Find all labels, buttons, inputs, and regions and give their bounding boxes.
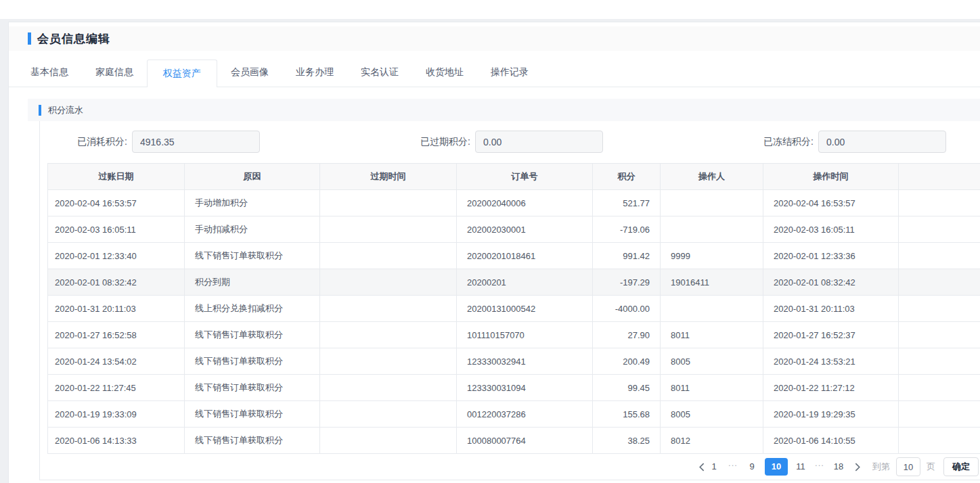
cell: [899, 296, 980, 322]
tab-active[interactable]: 权益资产: [147, 60, 217, 87]
cell: 2020-02-03 16:05:11: [48, 216, 185, 243]
cell: [899, 348, 980, 375]
cell: -4000.00: [593, 296, 661, 322]
page-ellipsis[interactable]: ...: [727, 458, 739, 476]
prev-page-button[interactable]: [696, 458, 707, 476]
cell: [899, 243, 980, 269]
cell: 38.25: [593, 428, 661, 454]
tab[interactable]: 操作记录: [477, 58, 542, 87]
table-row: 2020-01-31 20:11:03线上积分兑换扣减积分20200131000…: [48, 296, 980, 322]
summary-field-input[interactable]: [818, 131, 946, 153]
cell: 积分到期: [185, 269, 320, 296]
tab[interactable]: 家庭信息: [82, 58, 147, 87]
cell: 155.68: [593, 401, 661, 428]
page-number-list: 1...91011...18: [707, 458, 845, 476]
column-header: 积分: [593, 164, 661, 190]
column-header: 过期时间: [320, 164, 457, 190]
cell: 123330032941: [457, 348, 593, 375]
summary-field-input[interactable]: [475, 131, 603, 153]
column-header: 操作时间: [763, 164, 899, 190]
cell: 线上积分兑换扣减积分: [185, 296, 320, 322]
cell: 123330031094: [457, 375, 593, 401]
tab[interactable]: 收货地址: [412, 58, 477, 87]
member-edit-card: 会员信息编辑 基本信息家庭信息权益资产会员画像业务办理实名认证收货地址操作记录 …: [8, 22, 980, 483]
page-number[interactable]: 9: [745, 458, 759, 476]
cell: 202002030001: [457, 216, 593, 243]
cell: [320, 269, 457, 296]
cell: [899, 190, 980, 216]
cell: [320, 401, 457, 428]
goto-page-label: 到第: [872, 461, 890, 473]
cell: -719.06: [593, 216, 661, 243]
summary-field-label: 已过期积分:: [383, 136, 475, 148]
cell: 8012: [661, 428, 763, 454]
confirm-page-button[interactable]: 确定: [943, 457, 979, 476]
cell: 8005: [661, 401, 763, 428]
cell: [899, 322, 980, 348]
table-row: 2020-02-04 16:53:57手动增加积分202002040006521…: [48, 190, 980, 216]
page-ellipsis[interactable]: ...: [814, 458, 826, 476]
cell: 2020-02-03 16:05:11: [763, 216, 899, 243]
goto-page-input[interactable]: [896, 457, 920, 476]
cell: 2020-02-04 16:53:57: [48, 190, 185, 216]
table-row: 2020-01-22 11:27:45线下销售订单获取积分12333003109…: [48, 375, 980, 401]
cell: 100080007764: [457, 428, 593, 454]
tab[interactable]: 基本信息: [17, 58, 82, 87]
tab[interactable]: 实名认证: [347, 58, 412, 87]
tab[interactable]: 会员画像: [217, 58, 282, 87]
cell: [320, 296, 457, 322]
summary-field-group: 已过期积分:: [383, 131, 726, 153]
cell: [320, 243, 457, 269]
column-header: [899, 164, 980, 190]
tab[interactable]: 业务办理: [282, 58, 347, 87]
cell: 线下销售订单获取积分: [185, 428, 320, 454]
page-number-active[interactable]: 10: [765, 458, 788, 476]
cell: 2020-01-19 19:29:35: [763, 401, 899, 428]
next-page-button[interactable]: [851, 458, 862, 476]
table-row: 2020-01-19 19:33:09线下销售订单获取积分00122003728…: [48, 401, 980, 428]
cell: [320, 190, 457, 216]
cell: 2020-01-19 19:33:09: [48, 401, 185, 428]
cell: 手动扣减积分: [185, 216, 320, 243]
table-row: 2020-01-24 13:54:02线下销售订单获取积分12333003294…: [48, 348, 980, 375]
cell: [320, 216, 457, 243]
cell: 2020-02-04 16:53:57: [763, 190, 899, 216]
page-number[interactable]: 1: [707, 458, 721, 476]
summary-field-label: 已冻结积分:: [726, 136, 818, 148]
cell: 2020-01-27 16:52:37: [763, 322, 899, 348]
cell: 2020-02-01 08:32:42: [48, 269, 185, 296]
column-header: 原因: [185, 164, 320, 190]
cell: 2020-01-24 13:54:02: [48, 348, 185, 375]
cell: 2020-01-06 14:10:55: [763, 428, 899, 454]
points-flow-panel: 已消耗积分:已过期积分:已冻结积分: 过账日期原因过期时间订单号积分操作人操作时…: [39, 121, 980, 480]
cell: 20200201: [457, 269, 593, 296]
table-row: 2020-02-03 16:05:11手动扣减积分202002030001-71…: [48, 216, 980, 243]
title-marker-icon: [28, 32, 31, 45]
cell: 19016411: [661, 269, 763, 296]
cell: [320, 348, 457, 375]
pagination-bar: 1...91011...18 到第 页 确定 共: [696, 457, 980, 476]
summary-field-label: 已消耗积分:: [40, 136, 132, 148]
cell: [661, 190, 763, 216]
points-summary-fields: 已消耗积分:已过期积分:已冻结积分:: [40, 121, 980, 153]
tab-bar: 基本信息家庭信息权益资产会员画像业务办理实名认证收货地址操作记录: [9, 58, 980, 87]
cell: 101110157070: [457, 322, 593, 348]
page-number[interactable]: 11: [794, 458, 807, 476]
cell: 2020-01-27 16:52:58: [48, 322, 185, 348]
column-header: 过账日期: [48, 164, 185, 190]
cell: [320, 375, 457, 401]
cell: 8005: [661, 348, 763, 375]
cell: 20200131000542: [457, 296, 593, 322]
cell: [899, 216, 980, 243]
cell: [899, 428, 980, 454]
table-row: 2020-01-06 14:13:33线下销售订单获取积分10008000776…: [48, 428, 980, 454]
page-unit-label: 页: [927, 461, 935, 473]
points-table: 过账日期原因过期时间订单号积分操作人操作时间 2020-02-04 16:53:…: [47, 163, 980, 454]
table-header-row: 过账日期原因过期时间订单号积分操作人操作时间: [48, 164, 980, 190]
section-header-points-flow: 积分流水: [28, 99, 980, 121]
page-number[interactable]: 18: [832, 458, 845, 476]
summary-field-input[interactable]: [132, 131, 260, 153]
cell: [320, 428, 457, 454]
cell: [320, 322, 457, 348]
cell: 20200201018461: [457, 243, 593, 269]
